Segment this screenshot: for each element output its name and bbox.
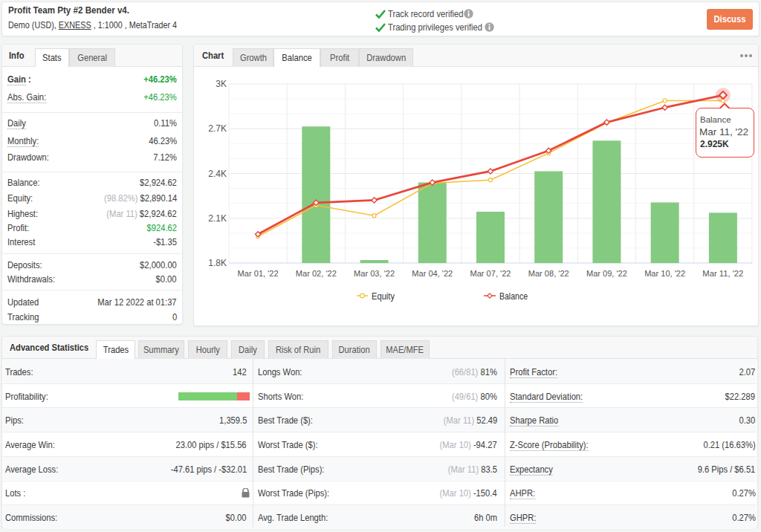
svg-text:3K: 3K <box>216 79 227 89</box>
svg-text:Mar 10, '22: Mar 10, '22 <box>644 269 685 278</box>
svg-text:Mar 03, '22: Mar 03, '22 <box>354 269 395 278</box>
svg-text:Mar 11, '22: Mar 11, '22 <box>702 269 743 278</box>
svg-text:Mar 02, '22: Mar 02, '22 <box>296 269 337 278</box>
svg-text:Balance: Balance <box>499 291 528 302</box>
svg-text:2.7K: 2.7K <box>208 123 227 134</box>
svg-text:2.4K: 2.4K <box>208 169 227 179</box>
svg-text:Mar 08, '22: Mar 08, '22 <box>528 269 569 278</box>
svg-text:Mar 07, '22: Mar 07, '22 <box>470 269 511 278</box>
svg-text:Mar 01, '22: Mar 01, '22 <box>238 269 279 278</box>
svg-text:Mar 04, '22: Mar 04, '22 <box>412 269 453 278</box>
svg-text:2.1K: 2.1K <box>208 213 227 224</box>
svg-text:Mar 09, '22: Mar 09, '22 <box>586 269 627 278</box>
svg-text:1.8K: 1.8K <box>208 258 227 268</box>
svg-text:Equity: Equity <box>372 291 395 302</box>
